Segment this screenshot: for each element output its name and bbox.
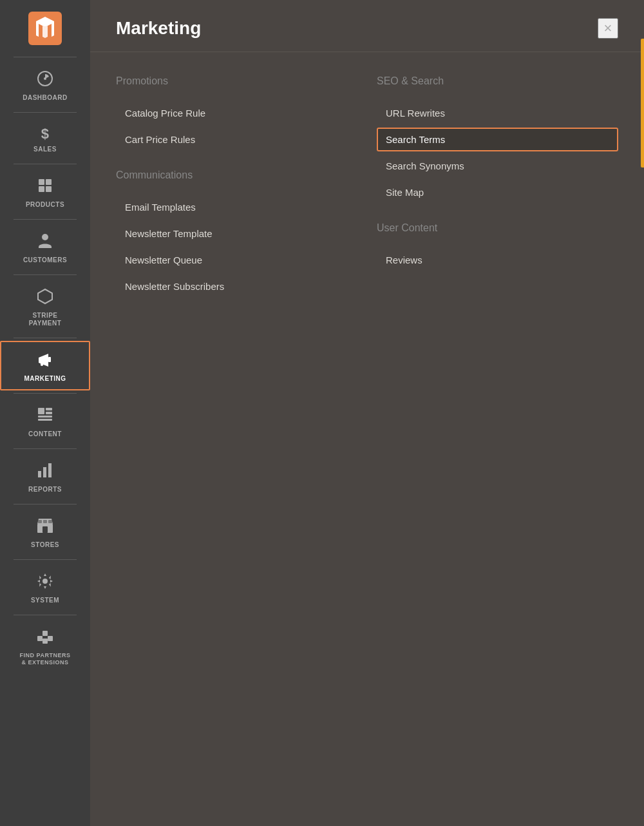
svg-rect-5 [39, 186, 44, 192]
sidebar-item-stripe-payment[interactable]: STRIPE PAYMENT [0, 278, 90, 335]
seo-search-section: SEO & Search URL Rewrites Search Terms S… [377, 75, 618, 204]
sidebar-item-dashboard[interactable]: DASHBOARD [0, 60, 90, 110]
search-synonyms-link[interactable]: Search Synonyms [377, 154, 618, 178]
svg-marker-8 [38, 289, 52, 303]
svg-rect-26 [48, 636, 53, 641]
system-label: SYSTEM [31, 597, 59, 604]
search-terms-link[interactable]: Search Terms [377, 128, 618, 151]
svg-rect-21 [43, 520, 47, 523]
stripe-payment-label: STRIPE PAYMENT [29, 312, 62, 327]
sidebar-item-products[interactable]: PRODUCTS [0, 167, 90, 216]
stripe-payment-icon [37, 288, 53, 309]
sidebar-divider-top [14, 57, 77, 57]
marketing-label: MARKETING [24, 375, 66, 383]
user-content-heading: User Content [377, 222, 618, 234]
catalog-price-rule-link[interactable]: Catalog Price Rule [116, 101, 357, 125]
svg-rect-16 [43, 467, 46, 477]
sidebar-item-find-partners[interactable]: FIND PARTNERS & EXTENSIONS [0, 618, 90, 674]
sidebar-divider-9 [14, 559, 77, 560]
stores-icon [36, 517, 54, 538]
find-partners-label: FIND PARTNERS & EXTENSIONS [20, 652, 71, 666]
email-templates-link[interactable]: Email Templates [116, 195, 357, 219]
find-partners-icon [36, 628, 54, 649]
svg-rect-17 [48, 463, 52, 477]
stores-label: STORES [31, 541, 59, 549]
svg-rect-3 [39, 179, 44, 185]
customers-label: CUSTOMERS [23, 256, 67, 264]
marketing-icon [37, 351, 53, 372]
sidebar-divider-8 [14, 504, 77, 504]
reviews-link[interactable]: Reviews [377, 248, 618, 272]
right-column: SEO & Search URL Rewrites Search Terms S… [377, 72, 618, 301]
sidebar: DASHBOARD $ SALES PRODUCTS CUSTOMERS STR… [0, 0, 90, 826]
logo-container [0, 0, 90, 54]
panel-header: Marketing × [90, 0, 644, 52]
sidebar-item-system[interactable]: SYSTEM [0, 562, 90, 612]
cart-price-rules-link[interactable]: Cart Price Rules [116, 128, 357, 151]
products-label: PRODUCTS [26, 201, 64, 209]
content-icon [37, 407, 53, 427]
sidebar-divider-1 [14, 112, 77, 113]
svg-rect-22 [48, 520, 52, 523]
site-map-link[interactable]: Site Map [377, 180, 618, 204]
sidebar-item-marketing[interactable]: MARKETING [0, 341, 90, 390]
communications-section: Communications Email Templates Newslette… [116, 169, 357, 298]
svg-rect-25 [43, 631, 48, 636]
sidebar-item-content[interactable]: CONTENT [0, 396, 90, 446]
url-rewrites-link[interactable]: URL Rewrites [377, 101, 618, 125]
svg-rect-11 [46, 408, 52, 410]
svg-rect-15 [38, 471, 41, 477]
sales-label: SALES [33, 146, 57, 153]
svg-rect-13 [38, 416, 52, 418]
newsletter-queue-link[interactable]: Newsletter Queue [116, 248, 357, 272]
promotions-heading: Promotions [116, 75, 357, 87]
promotions-section: Promotions Catalog Price Rule Cart Price… [116, 75, 357, 151]
sidebar-divider-6 [14, 393, 77, 394]
svg-rect-6 [46, 186, 52, 192]
products-icon [37, 177, 53, 198]
reports-icon [37, 462, 53, 483]
sidebar-item-sales[interactable]: $ SALES [0, 115, 90, 161]
svg-rect-20 [38, 520, 42, 523]
sales-icon: $ [41, 126, 50, 142]
system-icon [37, 573, 53, 593]
sidebar-item-reports[interactable]: REPORTS [0, 452, 90, 501]
sidebar-item-stores[interactable]: STORES [0, 507, 90, 557]
sidebar-divider-2 [14, 164, 77, 164]
sidebar-divider-3 [14, 219, 77, 220]
magento-logo-icon [28, 12, 62, 45]
sidebar-divider-5 [14, 338, 77, 338]
svg-rect-24 [37, 636, 43, 641]
panel-title: Marketing [116, 18, 201, 39]
sidebar-divider-7 [14, 448, 77, 449]
main-panel: Marketing × Promotions Catalog Price Rul… [90, 0, 644, 826]
customers-icon [37, 233, 53, 253]
svg-rect-10 [38, 408, 44, 414]
reports-label: REPORTS [28, 486, 62, 494]
dashboard-icon [37, 70, 53, 91]
panel-body: Promotions Catalog Price Rule Cart Price… [90, 52, 644, 320]
dashboard-label: DASHBOARD [23, 94, 68, 102]
svg-rect-4 [46, 179, 52, 185]
left-column: Promotions Catalog Price Rule Cart Price… [116, 72, 377, 301]
svg-point-7 [42, 234, 48, 240]
content-label: CONTENT [28, 430, 62, 438]
svg-point-2 [44, 77, 46, 80]
user-content-section: User Content Reviews [377, 222, 618, 272]
newsletter-subscribers-link[interactable]: Newsletter Subscribers [116, 274, 357, 298]
seo-search-heading: SEO & Search [377, 75, 618, 87]
right-accent-bar [641, 39, 644, 168]
sidebar-divider-10 [14, 615, 77, 615]
svg-rect-27 [43, 639, 48, 644]
newsletter-template-link[interactable]: Newsletter Template [116, 222, 357, 245]
svg-rect-12 [46, 412, 52, 414]
svg-rect-19 [43, 526, 48, 533]
svg-rect-9 [48, 357, 51, 362]
svg-rect-14 [38, 419, 52, 421]
close-button[interactable]: × [598, 18, 618, 39]
communications-heading: Communications [116, 169, 357, 181]
sidebar-item-customers[interactable]: CUSTOMERS [0, 222, 90, 272]
svg-point-23 [43, 579, 48, 584]
sidebar-divider-4 [14, 274, 77, 275]
